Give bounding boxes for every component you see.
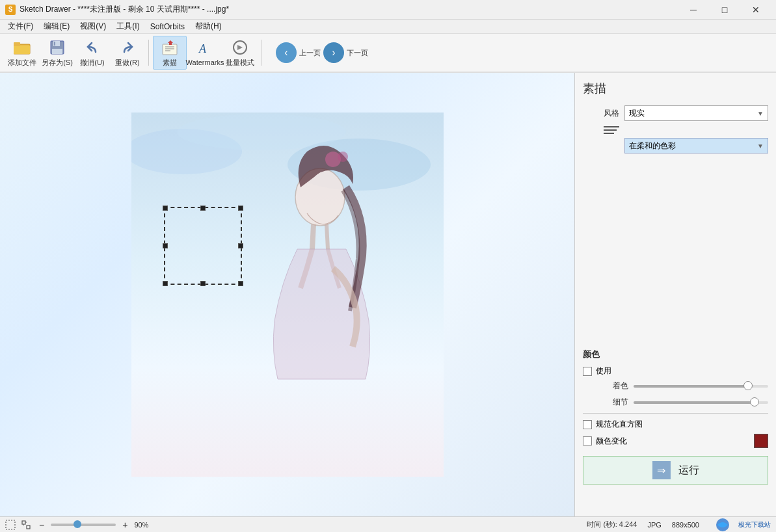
minimize-button[interactable]: ─	[678, 0, 708, 20]
svg-rect-2	[14, 42, 20, 46]
svg-rect-5	[54, 42, 55, 46]
svg-text:A: A	[198, 42, 207, 55]
style-label: 风格	[583, 108, 619, 119]
svg-marker-11	[168, 40, 173, 43]
brand-icon	[710, 517, 736, 533]
handle-top-mid[interactable]	[200, 206, 206, 211]
status-tools: − + 90%	[5, 520, 148, 530]
canvas-area[interactable]	[0, 73, 574, 516]
panel-title: 素描	[583, 81, 768, 96]
handle-bot-mid[interactable]	[200, 281, 206, 286]
menu-view[interactable]: 视图(V)	[75, 20, 111, 33]
menu-file[interactable]: 文件(F)	[3, 20, 38, 33]
coloring-label: 着色	[583, 380, 628, 392]
selection-box[interactable]	[164, 207, 242, 285]
save-as-button[interactable]: 另存为(S)	[40, 36, 74, 70]
undo-button[interactable]: 撤消(U)	[75, 36, 109, 70]
watermarks-label: Watermarks	[186, 59, 224, 66]
zoom-plus-button[interactable]: +	[122, 520, 127, 530]
handle-top-right[interactable]	[238, 206, 243, 211]
detail-fill	[634, 401, 755, 404]
menu-softorbits[interactable]: SoftOrbits	[145, 21, 190, 33]
color-change-checkbox[interactable]	[583, 436, 592, 446]
normalize-row: 规范化直方图	[583, 419, 768, 430]
batch-icon	[231, 38, 249, 57]
preset-select[interactable]: 在柔和的色彩 ▼	[624, 138, 768, 153]
undo-label: 撤消(U)	[80, 58, 104, 68]
style-arrow-icon: ▼	[757, 110, 764, 117]
sketch-icon	[161, 38, 179, 57]
svg-rect-23	[22, 521, 25, 524]
handle-top-left[interactable]	[163, 206, 168, 211]
zoom-thumb[interactable]	[74, 520, 81, 528]
detail-slider[interactable]	[634, 401, 768, 404]
detail-thumb[interactable]	[750, 397, 759, 406]
sketch-button[interactable]: 素描	[153, 36, 187, 70]
svg-point-21	[338, 152, 348, 162]
menu-edit[interactable]: 编辑(E)	[38, 20, 75, 33]
detail-label: 细节	[583, 397, 628, 408]
watermarks-button[interactable]: A Watermarks	[188, 36, 222, 70]
add-file-button[interactable]: 添加文件	[5, 36, 39, 70]
dropdown-spacer	[583, 153, 768, 349]
window-controls: ─ □ ✕	[678, 0, 771, 20]
toolbar-separator-2	[261, 40, 261, 66]
menu-tools[interactable]: 工具(I)	[111, 20, 144, 33]
handle-bot-right[interactable]	[238, 281, 243, 286]
title-bar: S Sketch Drawer - ****未注册版 - 剩余 10 天试用期*…	[0, 0, 776, 20]
coloring-slider[interactable]	[634, 385, 768, 388]
zoom-percent: 90%	[134, 521, 148, 529]
add-file-label: 添加文件	[8, 58, 36, 68]
undo-icon	[83, 38, 101, 57]
close-button[interactable]: ✕	[741, 0, 771, 20]
maximize-button[interactable]: □	[710, 0, 740, 20]
coloring-thumb[interactable]	[743, 381, 753, 390]
selection-tool-icon[interactable]	[5, 520, 16, 530]
handle-mid-left[interactable]	[163, 243, 168, 248]
handle-mid-right[interactable]	[238, 243, 243, 248]
run-label: 运行	[678, 464, 699, 477]
toolbar: 添加文件 另存为(S) 撤消(U) 重做(R)	[0, 34, 776, 73]
redo-button[interactable]: 重做(R)	[111, 36, 144, 70]
redo-icon	[118, 38, 137, 57]
style-select[interactable]: 现实 ▼	[624, 105, 768, 121]
run-button[interactable]: ⇒ 运行	[583, 456, 768, 485]
color-swatch[interactable]	[754, 434, 768, 448]
prev-page-label: 上一页	[299, 48, 321, 58]
run-arrow-icon: ⇒	[652, 461, 671, 479]
color-change-row: 颜色变化	[583, 434, 768, 448]
batch-mode-button[interactable]: 批量模式	[223, 36, 257, 70]
prev-page-button[interactable]: ‹	[276, 42, 297, 63]
svg-rect-6	[52, 49, 62, 54]
normalize-checkbox[interactable]	[583, 420, 592, 429]
dimensions-status: 889x500	[672, 521, 699, 529]
use-checkbox[interactable]	[583, 367, 592, 376]
resize-tool-icon[interactable]	[21, 520, 31, 530]
save-icon	[48, 38, 66, 57]
batch-label: 批量模式	[226, 58, 254, 68]
redo-label: 重做(R)	[115, 58, 139, 68]
style-value: 现实	[629, 108, 645, 119]
handle-bot-left[interactable]	[163, 281, 168, 286]
color-section-title: 颜色	[583, 349, 768, 360]
lines-icon	[604, 126, 619, 134]
toolbar-separator-1	[148, 40, 149, 66]
zoom-minus-button[interactable]: −	[39, 520, 44, 530]
menu-help[interactable]: 帮助(H)	[190, 20, 227, 33]
watermarks-icon: A	[196, 39, 214, 57]
next-page-label: 下一页	[347, 48, 368, 58]
preset-arrow-icon: ▼	[757, 142, 764, 150]
icon-row	[583, 126, 768, 134]
zoom-slider[interactable]	[51, 524, 116, 526]
brand-text: 极光下载站	[738, 520, 771, 529]
svg-rect-22	[6, 520, 15, 529]
color-change-label: 颜色变化	[596, 436, 627, 447]
next-page-button[interactable]: ›	[323, 42, 344, 63]
brand-logo: 极光下载站	[710, 517, 771, 533]
canvas-content	[0, 73, 574, 516]
svg-rect-7	[163, 44, 177, 55]
status-right: 时间 (秒): 4.244 JPG 889x500 极光下载站	[587, 517, 771, 533]
preset-row: 在柔和的色彩 ▼	[583, 138, 768, 153]
menu-bar: 文件(F) 编辑(E) 视图(V) 工具(I) SoftOrbits 帮助(H)	[0, 20, 776, 34]
svg-rect-24	[27, 525, 30, 529]
